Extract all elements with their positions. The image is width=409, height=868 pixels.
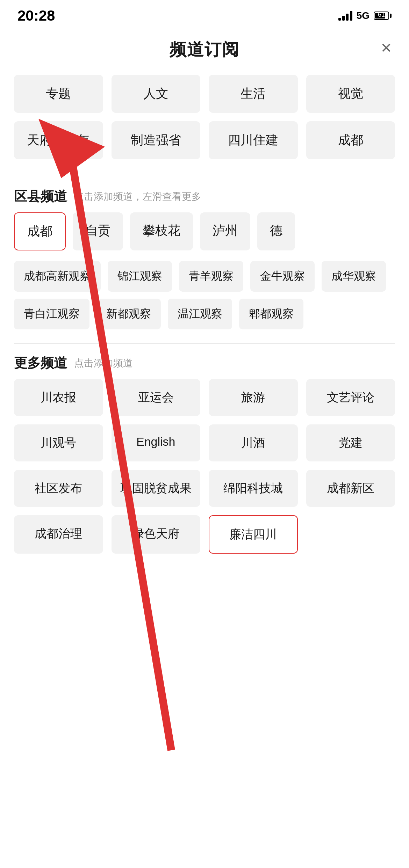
- close-button[interactable]: ×: [381, 38, 392, 57]
- tag-lianjiesichuan[interactable]: 廉洁四川: [209, 515, 298, 554]
- more-section-hint: 点击添加频道: [74, 357, 133, 370]
- tag-zhuanti[interactable]: 专题: [14, 75, 103, 113]
- district-panzhihua[interactable]: 攀枝花: [130, 212, 193, 250]
- more-section-label: 更多频道: [14, 354, 67, 372]
- tag-chengduxinqu[interactable]: 成都新区: [306, 470, 395, 507]
- page-header: 频道订阅 ×: [0, 28, 409, 68]
- tag-renwen[interactable]: 人文: [112, 75, 201, 113]
- tag-chuanjiu[interactable]: 川酒: [209, 424, 298, 461]
- subtag-xdgc[interactable]: 新都观察: [96, 299, 161, 329]
- district-zigong[interactable]: 自贡: [73, 212, 123, 250]
- sub-tags-section: 成都高新观察 锦江观察 青羊观察 金牛观察 成华观察 青白江观察 新都观察 温江…: [0, 257, 409, 336]
- tag-chuannonbao[interactable]: 川农报: [14, 379, 103, 416]
- subtag-chgc[interactable]: 成华观察: [322, 261, 386, 292]
- tag-chuanguanhao[interactable]: 川观号: [14, 424, 103, 461]
- tag-dangjian[interactable]: 党建: [306, 424, 395, 461]
- tag-shijue[interactable]: 视觉: [306, 75, 395, 113]
- district-scroll-row[interactable]: 成都 自贡 攀枝花 泸州 德: [0, 212, 409, 257]
- top-tags-section: 专题 人文 生活 视觉 天府新青年 制造强省 四川住建 成都: [0, 68, 409, 170]
- divider-2: [14, 343, 395, 344]
- district-section-hint: 点击添加频道，左滑查看更多: [74, 190, 201, 203]
- district-section-header: 区县频道 点击添加频道，左滑查看更多: [0, 184, 409, 212]
- tag-wenyipinglun[interactable]: 文艺评论: [306, 379, 395, 416]
- subtag-wjgc[interactable]: 温江观察: [168, 299, 232, 329]
- page-title: 频道订阅: [170, 38, 239, 61]
- tag-tianfuxinqingnian[interactable]: 天府新青年: [14, 121, 103, 159]
- tag-tuopin[interactable]: 巩固脱贫成果: [112, 470, 201, 507]
- battery-icon: 61: [374, 12, 392, 20]
- subtag-qygc[interactable]: 青羊观察: [179, 261, 243, 292]
- tag-empty: [306, 515, 395, 554]
- status-time: 20:28: [17, 7, 55, 24]
- subtag-jjgc[interactable]: 锦江观察: [108, 261, 172, 292]
- more-section-header: 更多频道 点击添加频道: [0, 351, 409, 379]
- tag-lvyou[interactable]: 旅游: [209, 379, 298, 416]
- tag-lvsetianyfu[interactable]: 绿色天府: [112, 515, 201, 554]
- tag-english[interactable]: English: [112, 424, 201, 461]
- subtag-qbjgc[interactable]: 青白江观察: [14, 299, 89, 329]
- district-luzhou[interactable]: 泸州: [200, 212, 250, 250]
- subtag-cdgxgc[interactable]: 成都高新观察: [14, 261, 101, 292]
- district-chengdu[interactable]: 成都: [14, 212, 66, 250]
- tag-chengdu-top[interactable]: 成都: [306, 121, 395, 159]
- divider-1: [14, 177, 395, 177]
- subtag-jngc[interactable]: 金牛观察: [250, 261, 315, 292]
- more-row-2: 川观号 English 川酒 党建: [0, 424, 409, 461]
- status-icons: 5G 61: [338, 10, 392, 21]
- tag-chengduzili[interactable]: 成都治理: [14, 515, 103, 554]
- network-icon: 5G: [357, 10, 369, 21]
- signal-icon: [338, 11, 352, 21]
- district-de[interactable]: 德: [257, 212, 295, 250]
- tag-yayunhui[interactable]: 亚运会: [112, 379, 201, 416]
- tag-mianyangkeji[interactable]: 绵阳科技城: [209, 470, 298, 507]
- more-row-1: 川农报 亚运会 旅游 文艺评论: [0, 379, 409, 416]
- district-section-label: 区县频道: [14, 188, 67, 205]
- tag-shenghuo[interactable]: 生活: [209, 75, 298, 113]
- tag-shequ[interactable]: 社区发布: [14, 470, 103, 507]
- more-row-3: 社区发布 巩固脱贫成果 绵阳科技城 成都新区: [0, 470, 409, 507]
- tag-sichuanzujian[interactable]: 四川住建: [209, 121, 298, 159]
- more-row-4: 成都治理 绿色天府 廉洁四川: [0, 515, 409, 554]
- subtag-pddgc[interactable]: 郫都观察: [239, 299, 303, 329]
- tag-zhizaoqiangsheng[interactable]: 制造强省: [112, 121, 201, 159]
- top-tags-grid: 专题 人文 生活 视觉 天府新青年 制造强省 四川住建 成都: [14, 75, 395, 159]
- status-bar: 20:28 5G 61: [0, 0, 409, 28]
